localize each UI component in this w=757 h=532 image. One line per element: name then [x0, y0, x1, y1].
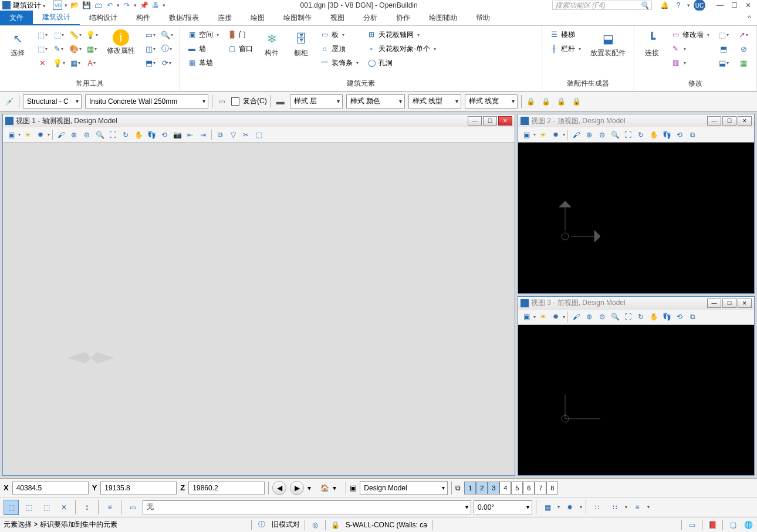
place-assembly-button[interactable]: ⬓ 放置装配件: [587, 28, 629, 58]
vt-copy-icon[interactable]: ⧉: [214, 129, 226, 141]
nav-fwd-button[interactable]: ▶: [290, 481, 304, 495]
snap3-icon[interactable]: ≡: [630, 500, 645, 515]
view-num-8[interactable]: 8: [546, 482, 558, 494]
cells-icon[interactable]: ▦: [67, 56, 83, 69]
t3-icon[interactable]: ⬒: [142, 56, 158, 69]
view2-min-button[interactable]: —: [707, 116, 721, 126]
style-layer-select[interactable]: 样式 层: [290, 94, 343, 109]
view2-close-button[interactable]: ✕: [738, 116, 752, 126]
vt-display-icon[interactable]: ▣: [521, 129, 532, 141]
vt-zoomin-icon[interactable]: ⊕: [583, 129, 595, 141]
vt-display-icon[interactable]: ▣: [521, 311, 532, 323]
vt-clip-icon[interactable]: ▽: [227, 129, 239, 141]
vt-zoomwin-icon[interactable]: 🔍: [94, 129, 106, 141]
view1-max-button[interactable]: ☐: [483, 116, 497, 126]
view1-canvas[interactable]: [3, 143, 515, 475]
grid2-icon[interactable]: ✹: [562, 500, 577, 515]
lock-status-icon[interactable]: 🔒: [330, 520, 341, 530]
view2-max-button[interactable]: ☐: [722, 116, 736, 126]
view-num-2[interactable]: 2: [476, 482, 488, 494]
door-button[interactable]: 🚪门: [225, 28, 255, 41]
undo-icon[interactable]: ↶: [105, 1, 114, 10]
nav-down-icon[interactable]: ▾: [307, 484, 317, 492]
view-num-3[interactable]: 3: [488, 482, 499, 494]
sel3-icon[interactable]: ⬚: [39, 500, 54, 515]
fence-icon[interactable]: ⬚: [34, 28, 50, 41]
m2-icon[interactable]: ⬒: [715, 42, 732, 55]
vt-gear-icon[interactable]: ✹: [35, 129, 46, 141]
select-button[interactable]: ↖ 选择: [5, 28, 31, 58]
close-button[interactable]: ✕: [742, 1, 755, 9]
angle-select[interactable]: 0.00°: [474, 500, 532, 514]
grid1-icon[interactable]: ▦: [540, 500, 555, 515]
trim-button[interactable]: 〰装饰条▾: [317, 56, 361, 69]
vt-zoomin-icon[interactable]: ⊕: [583, 311, 595, 323]
open-icon[interactable]: 📂: [70, 1, 79, 10]
bulb-icon[interactable]: 💡: [83, 28, 100, 41]
view3-close-button[interactable]: ✕: [738, 299, 752, 308]
family-select[interactable]: Insitu Concrete Wall 250mm: [85, 94, 208, 109]
vt-brush-icon[interactable]: 🖌: [55, 129, 67, 141]
view-num-5[interactable]: 5: [511, 482, 523, 494]
target-icon[interactable]: ◎: [310, 520, 320, 530]
view-num-4[interactable]: 4: [499, 482, 511, 494]
tab-member[interactable]: 构件: [127, 11, 160, 25]
redo-icon[interactable]: ↷: [122, 1, 131, 10]
tab-analyze[interactable]: 分析: [354, 11, 387, 25]
composite-checkbox[interactable]: [231, 97, 239, 106]
style-linetype-select[interactable]: 样式 线型: [408, 94, 461, 109]
dropper-icon[interactable]: 💉: [4, 96, 15, 107]
tab-help[interactable]: 帮助: [467, 11, 499, 25]
vt-zoomout-icon[interactable]: ⊖: [596, 129, 608, 141]
mod3-button[interactable]: ▥▾: [668, 56, 712, 69]
sel2-icon[interactable]: ⬚: [21, 500, 36, 515]
ribbon-collapse-icon[interactable]: ^: [742, 14, 757, 22]
status-net-icon[interactable]: 🌐: [743, 520, 753, 530]
snap1-icon[interactable]: ∷: [590, 500, 605, 515]
cabinet-button[interactable]: 🗄 橱柜: [288, 28, 314, 58]
notification-icon[interactable]: 🔔: [659, 0, 670, 11]
view2-titlebar[interactable]: 视图 2 - 顶视图, Design Model — ☐ ✕: [518, 114, 754, 127]
t2-icon[interactable]: ◫: [142, 42, 158, 55]
view3-titlebar[interactable]: 视图 3 - 前视图, Design Model — ☐ ✕: [518, 297, 754, 310]
rail-button[interactable]: ╫栏杆▾: [547, 42, 583, 55]
acs-icon[interactable]: ▭: [125, 500, 140, 515]
delete-icon[interactable]: ✕: [34, 56, 50, 69]
pen-icon[interactable]: ✎: [50, 42, 67, 55]
ceiling-obj-button[interactable]: ▫天花板对象-单个▾: [364, 42, 438, 55]
vt-zoomwin-icon[interactable]: 🔍: [609, 129, 621, 141]
vt-prev-icon[interactable]: ⟲: [158, 129, 170, 141]
vt-fit-icon[interactable]: ⛶: [107, 129, 119, 141]
vt-walk-icon[interactable]: 👣: [661, 129, 672, 141]
vt-sun-icon[interactable]: ☀: [537, 129, 549, 141]
z-input[interactable]: 19860.2: [188, 482, 265, 494]
minimize-button[interactable]: —: [714, 1, 726, 9]
view3-canvas[interactable]: [518, 325, 754, 476]
measure-icon[interactable]: 📏: [67, 28, 83, 41]
vt-gear-icon[interactable]: ✹: [550, 311, 562, 323]
nav-down2-icon[interactable]: ▾: [333, 484, 342, 492]
y-input[interactable]: 19135.8: [100, 482, 177, 494]
tab-draw-aid[interactable]: 绘图辅助: [420, 11, 467, 25]
modify-wall-button[interactable]: ▭修改墙▾: [668, 28, 712, 41]
status-i3-icon[interactable]: ▢: [728, 520, 738, 530]
view1-min-button[interactable]: —: [468, 116, 482, 126]
vt-zoomin-icon[interactable]: ⊕: [68, 129, 80, 141]
m4-icon[interactable]: ↗: [735, 28, 752, 41]
t1-icon[interactable]: ▭: [142, 28, 158, 41]
t4-icon[interactable]: ⟳: [158, 56, 175, 69]
tab-arch-design[interactable]: 建筑设计: [33, 11, 80, 25]
vt-copy-icon[interactable]: ⧉: [687, 129, 698, 141]
zoom-icon[interactable]: 🔍: [158, 28, 175, 41]
acs-select[interactable]: 无: [143, 500, 471, 514]
tab-view[interactable]: 视图: [321, 11, 354, 25]
vt-cut-icon[interactable]: ✂: [240, 129, 252, 141]
pin-icon[interactable]: 📌: [139, 1, 148, 10]
vt-copy-icon[interactable]: ⧉: [687, 311, 698, 323]
fence3-icon[interactable]: ⬚: [34, 42, 50, 55]
m1-icon[interactable]: ⬚: [715, 28, 732, 41]
tab-draw-prod[interactable]: 绘图制作: [274, 11, 321, 25]
space-button[interactable]: ▣空间▾: [185, 28, 221, 41]
modify-props-button[interactable]: i 修改属性: [103, 28, 138, 56]
ceiling-grid-button[interactable]: ⊞天花板轴网▾: [364, 28, 438, 41]
